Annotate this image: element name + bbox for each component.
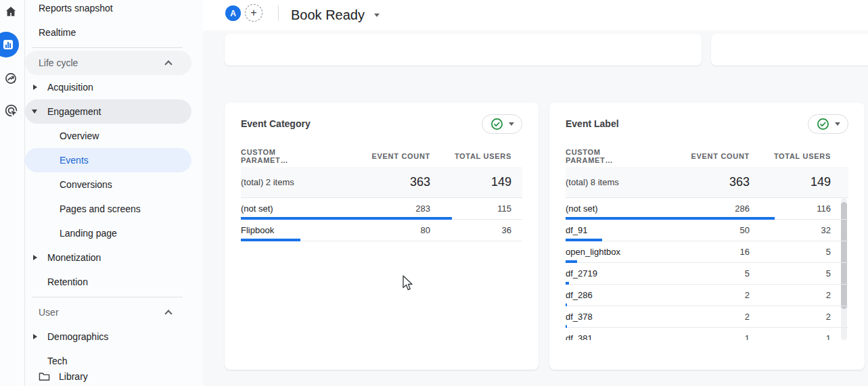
table-row[interactable]: (not set)286116 — [566, 198, 848, 220]
table-body: (not set)286116df_915032open_lightbox165… — [566, 198, 848, 340]
sidebar-item-reports-snapshot[interactable]: Reports snapshot — [25, 0, 191, 20]
expand-right-icon[interactable] — [33, 334, 37, 339]
advertising-icon[interactable] — [3, 102, 19, 118]
table-row[interactable]: open_lightbox165 — [566, 241, 848, 263]
chevron-up-icon[interactable] — [164, 60, 172, 68]
sidebar-item-monetization[interactable]: Monetization — [25, 245, 191, 270]
expand-down-icon[interactable] — [32, 110, 37, 114]
data-quality-button[interactable] — [808, 114, 848, 134]
table-row[interactable]: df_915032 — [566, 220, 848, 241]
card-header: Event Category — [241, 103, 522, 145]
table-total-row: (total) 2 items 363 149 — [241, 167, 522, 198]
col-header-total-users[interactable]: TOTAL USERS — [430, 152, 511, 160]
table-row[interactable]: df_37822 — [566, 306, 848, 328]
sidebar-item-label: User — [39, 307, 59, 318]
sidebar-item-user[interactable]: User — [25, 300, 191, 324]
sidebar-item-label: Monetization — [47, 252, 101, 263]
card-title: Event Label — [566, 118, 619, 129]
event-count-value: 16 — [641, 247, 750, 257]
sidebar-item-realtime[interactable]: Realtime — [25, 20, 191, 45]
folder-icon — [39, 371, 50, 381]
explore-icon[interactable] — [3, 70, 19, 87]
property-name: Book Ready — [291, 7, 365, 23]
sidebar-item-retention[interactable]: Retention — [25, 270, 191, 294]
sidebar-item-label: Tech — [47, 356, 68, 366]
dimension-value: df_381 — [566, 333, 641, 340]
total-users-value: 115 — [430, 203, 511, 214]
app-window: Reports snapshotRealtimeLife cycleAcquis… — [0, 0, 868, 386]
total-users-value: 116 — [750, 203, 831, 214]
sidebar-divider — [25, 45, 203, 51]
total-event-count: 363 — [641, 175, 750, 189]
event-count-value: 1 — [641, 333, 750, 340]
table-row[interactable]: (not set)283115 — [241, 198, 522, 220]
account-avatar[interactable]: A — [225, 5, 241, 21]
table-row[interactable]: df_271955 — [566, 263, 848, 285]
table-header-row: CUSTOM PARAMET… EVENT COUNT TOTAL USERS — [566, 145, 848, 167]
chevron-down-icon — [374, 14, 380, 17]
chevron-down-icon — [835, 122, 840, 126]
card-title: Event Category — [241, 118, 311, 129]
event-label-card: Event Label CUSTOM PARAMET… EVENT COUNT … — [549, 103, 865, 370]
sidebar-item-pages-and-screens[interactable]: Pages and screens — [25, 197, 191, 221]
dimension-value: df_2719 — [566, 268, 641, 279]
dimension-value: (not set) — [241, 203, 322, 214]
sidebar: Reports snapshotRealtimeLife cycleAcquis… — [25, 0, 203, 386]
sidebar-item-life-cycle[interactable]: Life cycle — [25, 51, 191, 75]
proportion-bar — [241, 239, 300, 241]
sidebar-item-events[interactable]: Events — [25, 148, 191, 172]
event-count-value: 286 — [641, 203, 750, 214]
event-count-value: 5 — [641, 268, 750, 279]
total-event-count: 363 — [322, 175, 430, 189]
dimension-value: (not set) — [566, 203, 641, 214]
add-comparison-button[interactable]: + — [245, 4, 262, 22]
col-header-custom-parameter[interactable]: CUSTOM PARAMET… — [566, 148, 641, 164]
col-header-event-count[interactable]: EVENT COUNT — [322, 152, 430, 160]
expand-right-icon[interactable] — [33, 255, 37, 260]
sidebar-item-demographics[interactable]: Demographics — [25, 324, 191, 349]
col-header-total-users[interactable]: TOTAL USERS — [750, 152, 831, 160]
col-header-custom-parameter[interactable]: CUSTOM PARAMET… — [241, 148, 322, 164]
partial-card-left — [225, 34, 702, 66]
sidebar-item-label: Overview — [60, 130, 99, 141]
table-row[interactable]: df_38111 — [566, 328, 848, 340]
sidebar-item-label: Conversions — [60, 179, 112, 190]
event-count-value: 283 — [322, 203, 430, 214]
table-row[interactable]: Flipbook8036 — [241, 220, 522, 241]
nav-rail — [0, 0, 25, 386]
sidebar-item-overview[interactable]: Overview — [25, 124, 191, 148]
sidebar-item-acquisition[interactable]: Acquisition — [25, 75, 191, 99]
sidebar-item-label: Landing page — [60, 228, 117, 239]
reports-icon[interactable] — [0, 32, 19, 57]
sidebar-item-conversions[interactable]: Conversions — [25, 172, 191, 197]
dimension-value: df_286 — [566, 290, 641, 300]
home-icon[interactable] — [3, 3, 19, 20]
check-circle-icon — [817, 118, 829, 130]
sidebar-item-library[interactable]: Library — [25, 366, 203, 386]
sidebar-item-engagement[interactable]: Engagement — [25, 99, 191, 124]
expand-right-icon[interactable] — [33, 85, 37, 90]
sidebar-item-label: Events — [60, 155, 89, 166]
dimension-value: Flipbook — [241, 225, 322, 235]
data-quality-button[interactable] — [482, 114, 522, 134]
card-header: Event Label — [566, 103, 848, 145]
event-count-value: 80 — [322, 225, 430, 235]
sidebar-item-landing-page[interactable]: Landing page — [25, 221, 191, 245]
topbar-divider — [278, 5, 279, 21]
col-header-event-count[interactable]: EVENT COUNT — [641, 152, 750, 160]
dimension-value: df_378 — [566, 312, 641, 322]
event-count-value: 2 — [641, 290, 750, 300]
event-count-value: 50 — [641, 225, 750, 235]
sidebar-item-label: Realtime — [39, 27, 76, 38]
event-category-card: Event Category CUSTOM PARAMET… EVENT COU… — [225, 103, 539, 370]
table-header-row: CUSTOM PARAMET… EVENT COUNT TOTAL USERS — [241, 145, 522, 167]
table-row[interactable]: df_28622 — [566, 285, 848, 306]
topbar: A + Book Ready — [203, 0, 868, 30]
total-users-value: 2 — [750, 312, 831, 322]
property-picker[interactable]: Book Ready — [291, 0, 380, 30]
total-users-value: 2 — [750, 290, 831, 300]
total-users-value: 32 — [750, 225, 831, 235]
sidebar-nav: Reports snapshotRealtimeLife cycleAcquis… — [25, 0, 203, 373]
chevron-up-icon[interactable] — [164, 310, 172, 317]
total-users-value: 5 — [750, 247, 831, 257]
